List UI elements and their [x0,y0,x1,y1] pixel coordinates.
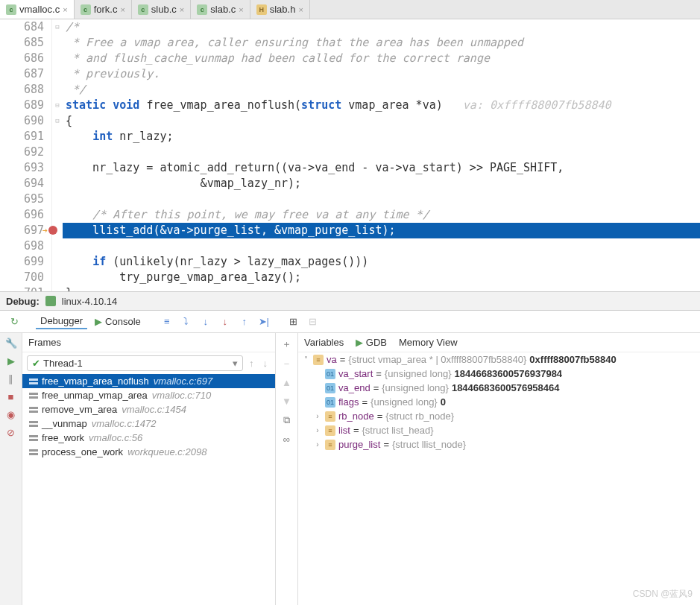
up-icon[interactable]: ▲ [282,377,291,388]
svg-rect-4 [29,407,38,409]
code-area[interactable]: /* * Free a vmap area, caller ensuring t… [63,19,700,291]
app-icon [45,296,56,306]
frame-up-icon[interactable]: ↑ [246,358,257,369]
svg-rect-5 [29,411,38,413]
h-file-icon: H [256,4,267,15]
chevron-down-icon: ▾ [233,358,238,369]
c-file-icon: c [81,4,91,15]
svg-rect-3 [29,396,38,399]
tab-slab-h[interactable]: Hslab.h× [250,0,310,19]
svg-rect-1 [29,382,38,384]
mute-breakpoints-icon[interactable]: ⊘ [4,425,18,439]
tab-slub[interactable]: cslub.c× [132,0,191,19]
stop-icon[interactable]: ■ [4,390,18,403]
view-breakpoints-icon[interactable]: ◉ [4,408,18,421]
debug-toolbar: ↻ Debugger ▶Console ≡ ⤵ ↓ ↓ ↑ ➤| ⊞ ⊟ [0,311,700,333]
svg-rect-9 [29,439,38,441]
add-watch-icon[interactable]: ＋ [282,338,291,351]
stack-frame[interactable]: free_vmap_area_noflush vmalloc.c:697 [22,374,275,388]
gdb-tab[interactable]: ▶ GDB [356,337,387,348]
svg-rect-8 [29,435,38,437]
pause-icon[interactable]: ∥ [4,372,18,385]
stack-frame[interactable]: remove_vm_area vmalloc.c:1454 [22,402,275,416]
svg-rect-10 [29,449,38,452]
play-icon: ▶ [356,337,363,348]
remove-watch-icon[interactable]: − [284,358,290,370]
tab-label: slab.h [270,4,296,15]
close-icon[interactable]: × [239,5,243,14]
stack-frame[interactable]: free_unmap_vmap_area vmalloc.c:710 [22,388,275,402]
check-icon: ✔ [32,358,40,369]
variables-tab[interactable]: Variables [304,337,344,348]
debug-label: Debug: [6,296,40,307]
thread-selector-row: ✔ Thread-1 ▾ ↑ ↓ [22,352,275,374]
variable-row[interactable]: 01 va_end = {unsigned long} 184466836005… [298,381,700,395]
frames-panel: Frames ✔ Thread-1 ▾ ↑ ↓ free_vmap_area_n… [22,333,276,605]
debug-config-name: linux-4.10.14 [62,296,117,307]
line-gutter: 6846856866876886896906916926936946956966… [0,19,52,291]
variables-header: Variables ▶ GDB Memory View [298,333,700,352]
close-icon[interactable]: × [298,5,303,14]
svg-rect-0 [29,378,38,381]
variable-row[interactable]: ›≡ list = {struct list_head} [298,423,700,437]
svg-rect-2 [29,393,38,395]
play-icon: ▶ [95,316,102,327]
thread-name: Thread-1 [43,358,83,369]
tab-label: fork.c [94,4,118,15]
tab-label: vmalloc.c [19,4,60,15]
variable-row[interactable]: ˅≡ va = {struct vmap_area * | 0xffff8800… [298,352,700,367]
close-icon[interactable]: × [63,5,67,14]
variable-row[interactable]: 01 va_start = {unsigned long} 1844668360… [298,367,700,381]
editor-tabs: cvmalloc.c× cfork.c× cslub.c× cslab.c× H… [0,0,700,19]
code-editor[interactable]: 6846856866876886896906916926936946956966… [0,19,700,291]
close-icon[interactable]: × [180,5,184,14]
frame-list[interactable]: free_vmap_area_noflush vmalloc.c:697free… [22,374,275,605]
c-file-icon: c [138,4,148,15]
step-out-icon[interactable]: ↑ [236,314,253,330]
stack-frame[interactable]: process_one_work workqueue.c:2098 [22,445,275,459]
variable-row[interactable]: ›≡ purge_list = {struct llist_node} [298,437,700,452]
close-icon[interactable]: × [120,5,124,14]
debug-body: 🔧 ▶ ∥ ■ ◉ ⊘ Frames ✔ Thread-1 ▾ ↑ ↓ free… [0,333,700,605]
vars-toolbar: ＋ − ▲ ▼ ⧉ ∞ [276,333,298,605]
frames-header: Frames [22,333,275,352]
stack-frame[interactable]: __vunmap vmalloc.c:1472 [22,416,275,431]
svg-rect-11 [29,453,38,455]
rerun-icon[interactable]: ↻ [6,314,22,330]
svg-rect-7 [29,425,38,427]
c-file-icon: c [6,4,16,15]
tab-vmalloc[interactable]: cvmalloc.c× [0,0,75,19]
tab-fork[interactable]: cfork.c× [75,0,132,19]
console-tab[interactable]: ▶Console [90,314,145,329]
debug-sidebar: 🔧 ▶ ∥ ■ ◉ ⊘ [0,333,22,605]
resume-icon[interactable]: ▶ [4,354,18,367]
link-icon[interactable]: ∞ [283,434,290,445]
down-icon[interactable]: ▼ [282,396,291,407]
tab-label: slab.c [210,4,236,15]
svg-rect-6 [29,421,38,423]
c-file-icon: c [197,4,207,15]
memory-view-tab[interactable]: Memory View [399,337,458,348]
debug-bar: Debug: linux-4.10.14 [0,291,700,311]
step-over-icon[interactable]: ⤵ [178,314,195,330]
thread-selector[interactable]: ✔ Thread-1 ▾ [27,355,243,371]
tab-slab-c[interactable]: cslab.c× [191,0,250,19]
evaluate-icon[interactable]: ⊞ [286,314,302,330]
frame-down-icon[interactable]: ↓ [260,358,271,369]
fold-gutter: ⊟⊟⊟⊟⊟⊟ [52,19,63,291]
watermark: CSDN @蓝风9 [633,588,693,601]
force-step-into-icon[interactable]: ↓ [217,314,233,330]
tab-label: slub.c [151,4,177,15]
toggle-breakpoints-icon[interactable]: ≡ [159,314,175,330]
variables-panel: Variables ▶ GDB Memory View ˅≡ va = {str… [298,333,700,605]
run-to-cursor-icon[interactable]: ➤| [256,314,272,330]
variable-row[interactable]: ›≡ rb_node = {struct rb_node} [298,409,700,423]
variables-list[interactable]: ˅≡ va = {struct vmap_area * | 0xffff8800… [298,352,700,605]
copy-icon[interactable]: ⧉ [283,414,290,426]
variable-row[interactable]: 01 flags = {unsigned long} 0 [298,395,700,409]
stack-frame[interactable]: free_work vmalloc.c:56 [22,431,275,445]
trace-icon[interactable]: ⊟ [305,314,321,330]
step-into-icon[interactable]: ↓ [198,314,214,330]
debugger-tab[interactable]: Debugger [36,314,87,329]
wrench-icon[interactable]: 🔧 [4,336,18,349]
